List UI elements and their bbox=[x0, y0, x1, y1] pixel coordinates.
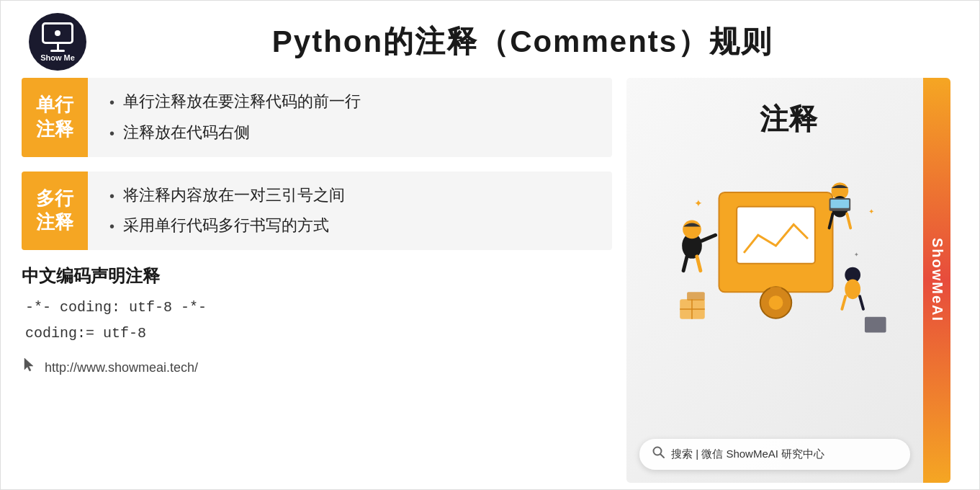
multi-bullet-2-text: 采用单行代码多行书写的方式 bbox=[123, 215, 329, 237]
multi-comment-block: 多行 注释 • 将注释内容放在一对三引号之间 • 采用单行代码多行书写的方式 bbox=[22, 172, 612, 251]
svg-text:✦: ✦ bbox=[854, 251, 859, 258]
logo-text: Show Me bbox=[40, 53, 75, 62]
svg-line-9 bbox=[697, 257, 701, 271]
single-comment-content: • 单行注释放在要注释代码的前一行 • 注释放在代码右侧 bbox=[88, 78, 612, 157]
brand-vertical: ShowMeAI bbox=[923, 78, 950, 483]
multi-bullet-1: • 将注释内容放在一对三引号之间 bbox=[109, 184, 590, 207]
svg-rect-4 bbox=[770, 287, 782, 293]
multi-comment-label: 多行 注释 bbox=[22, 172, 88, 251]
illustration: 注释 bbox=[626, 78, 950, 483]
illustration-svg: ✦ ✦ ✦ bbox=[634, 135, 918, 363]
svg-line-29 bbox=[661, 455, 665, 458]
single-comment-block: 单行 注释 • 单行注释放在要注释代码的前一行 • 注释放在代码右侧 bbox=[22, 78, 612, 157]
svg-point-3 bbox=[769, 295, 783, 310]
logo-circle: Show Me bbox=[29, 13, 86, 71]
single-bullet-1-text: 单行注释放在要注释代码的前一行 bbox=[123, 91, 361, 113]
search-icon bbox=[652, 446, 665, 463]
page-title: Python的注释（Comments）规则 bbox=[94, 22, 951, 62]
single-bullet-2-text: 注释放在代码右侧 bbox=[123, 122, 250, 144]
svg-point-6 bbox=[683, 220, 701, 239]
bullet-dot-4: • bbox=[109, 216, 114, 236]
logo-stand bbox=[57, 44, 59, 50]
code-line-1: -*- coding: utf-8 -*- bbox=[25, 295, 612, 321]
svg-line-18 bbox=[842, 296, 845, 309]
svg-line-19 bbox=[860, 296, 863, 309]
svg-line-13 bbox=[847, 214, 850, 228]
bullet-dot-3: • bbox=[109, 186, 114, 206]
single-comment-label: 单行 注释 bbox=[22, 78, 88, 157]
svg-rect-15 bbox=[831, 200, 850, 208]
illus-title: 注释 bbox=[760, 99, 817, 139]
left-panel: 单行 注释 • 单行注释放在要注释代码的前一行 • 注释放在代码右侧 多行 注释 bbox=[22, 78, 612, 483]
svg-line-8 bbox=[683, 257, 687, 271]
slide: Show Me Python的注释（Comments）规则 单行 注释 • 单行… bbox=[0, 0, 980, 490]
search-bar[interactable]: 搜索 | 微信 ShowMeAI 研究中心 bbox=[639, 439, 910, 470]
svg-rect-24 bbox=[865, 317, 886, 333]
svg-point-17 bbox=[845, 279, 860, 299]
logo-screen bbox=[42, 22, 73, 44]
right-panel: 注释 bbox=[626, 78, 950, 483]
bullet-dot-2: • bbox=[109, 123, 114, 143]
code-block: -*- coding: utf-8 -*- coding:= utf-8 bbox=[22, 295, 612, 347]
footer-link: http://www.showmeai.tech/ bbox=[22, 357, 612, 378]
svg-text:✦: ✦ bbox=[868, 208, 874, 215]
cursor-icon bbox=[22, 357, 39, 378]
svg-rect-21 bbox=[687, 292, 705, 300]
multi-bullet-1-text: 将注释内容放在一对三引号之间 bbox=[123, 184, 345, 207]
logo-base bbox=[50, 50, 65, 52]
code-line-2: coding:= utf-8 bbox=[25, 321, 612, 347]
bottom-section: 中文编码声明注释 -*- coding: utf-8 -*- coding:= … bbox=[22, 264, 612, 378]
bottom-title: 中文编码声明注释 bbox=[22, 264, 612, 288]
bullet-dot-1: • bbox=[109, 92, 114, 112]
single-bullet-2: • 注释放在代码右侧 bbox=[109, 122, 590, 144]
main-content: 单行 注释 • 单行注释放在要注释代码的前一行 • 注释放在代码右侧 多行 注释 bbox=[0, 78, 980, 490]
svg-text:✦: ✦ bbox=[694, 197, 703, 209]
multi-comment-content: • 将注释内容放在一对三引号之间 • 采用单行代码多行书写的方式 bbox=[88, 172, 612, 251]
single-bullet-1: • 单行注释放在要注释代码的前一行 bbox=[109, 91, 590, 113]
search-placeholder-text: 搜索 | 微信 ShowMeAI 研究中心 bbox=[671, 447, 824, 461]
logo-area: Show Me bbox=[22, 13, 94, 71]
multi-bullet-2: • 采用单行代码多行书写的方式 bbox=[109, 215, 590, 237]
right-image-area: 注释 bbox=[626, 78, 950, 483]
svg-line-7 bbox=[702, 235, 716, 241]
website-link: http://www.showmeai.tech/ bbox=[45, 360, 198, 375]
header: Show Me Python的注释（Comments）规则 bbox=[0, 0, 980, 78]
